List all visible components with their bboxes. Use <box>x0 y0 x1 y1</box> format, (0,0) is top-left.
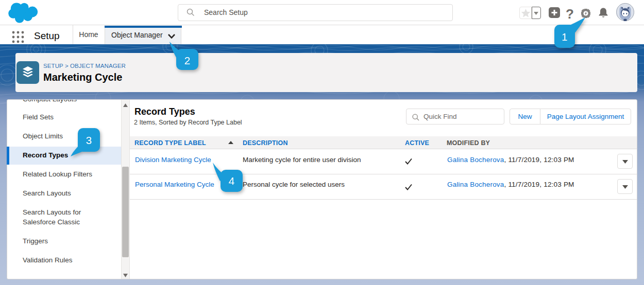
svg-text:4: 4 <box>229 175 235 187</box>
svg-text:1: 1 <box>562 31 567 43</box>
svg-text:3: 3 <box>86 134 92 146</box>
svg-text:2: 2 <box>184 55 191 66</box>
